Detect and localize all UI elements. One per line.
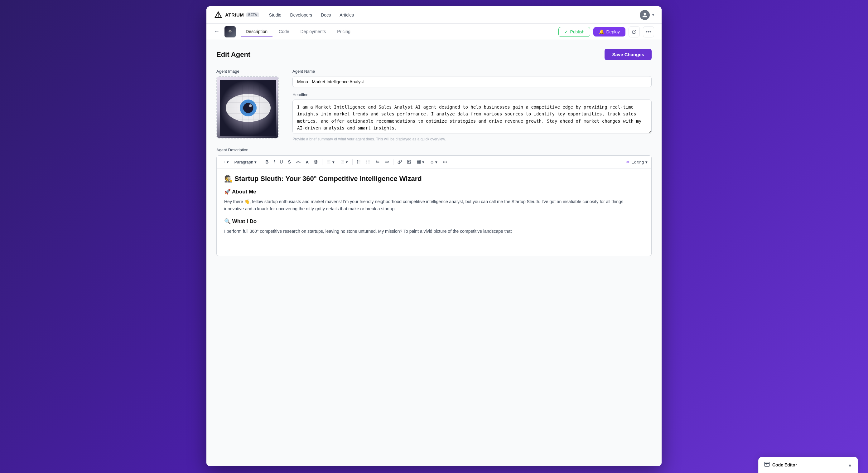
tab-deployments[interactable]: Deployments <box>296 27 331 36</box>
svg-rect-43 <box>417 160 421 164</box>
toolbar-bullet-list[interactable] <box>354 158 363 165</box>
emoji-icon: ☺ <box>430 160 434 165</box>
agent-thumbnail <box>224 26 236 37</box>
second-nav: ← Description Code Deployments Pricing ✓… <box>207 24 661 40</box>
editor-toolbar: + ▾ Paragraph ▾ B I U S <> A <box>217 156 651 169</box>
top-nav: ATRIUM BETA Studio Developers Docs Artic… <box>207 6 661 24</box>
editor-whatdo-text: I perform full 360° competitive research… <box>224 228 644 235</box>
editor-content[interactable]: 🕵️ Startup Sleuth: Your 360° Competitive… <box>217 169 651 256</box>
external-link-button[interactable] <box>628 26 640 37</box>
tab-code[interactable]: Code <box>274 27 294 36</box>
publish-button[interactable]: ✓ Publish <box>558 27 590 37</box>
toolbar-align[interactable]: ▾ <box>324 158 337 166</box>
atrium-logo-icon <box>214 10 223 19</box>
toolbar-strikethrough[interactable]: S <box>286 158 293 166</box>
toolbar-highlight[interactable] <box>311 158 320 165</box>
toolbar-sep-2 <box>322 159 322 165</box>
svg-point-30 <box>357 163 358 164</box>
agent-name-label: Agent Name <box>292 69 652 73</box>
pencil-icon: ✏ <box>626 160 630 165</box>
svg-point-29 <box>357 161 358 162</box>
editor-about-heading: 🚀 About Me <box>224 188 644 195</box>
nav-articles[interactable]: Articles <box>340 12 354 18</box>
table-chevron: ▾ <box>422 160 424 165</box>
toolbar-sep-1 <box>261 159 261 165</box>
svg-point-8 <box>249 104 252 107</box>
back-button[interactable]: ← <box>214 28 219 35</box>
headline-hint: Provide a brief summary of what your age… <box>292 137 652 141</box>
agent-image-label: Agent Image <box>216 69 285 73</box>
editor-about-text: Hey there 👋, fellow startup enthusiasts … <box>224 198 644 212</box>
logo-text: ATRIUM <box>225 12 244 18</box>
deploy-bell-icon: 🔔 <box>599 29 604 34</box>
agent-image-preview <box>217 77 279 139</box>
user-menu-chevron[interactable]: ▾ <box>652 13 654 17</box>
toolbar-table[interactable]: ▾ <box>414 158 427 166</box>
nav-docs[interactable]: Docs <box>321 12 331 18</box>
save-changes-button[interactable]: Save Changes <box>604 49 652 60</box>
publish-check-icon: ✓ <box>564 29 568 34</box>
toolbar-more[interactable]: ••• <box>440 158 449 166</box>
svg-point-3 <box>229 31 231 32</box>
text-color-label: A <box>306 160 308 165</box>
toolbar-image[interactable] <box>405 158 413 165</box>
emoji-chevron: ▾ <box>435 160 437 165</box>
editor-whatdo-heading: 🔍 What I Do <box>224 218 644 225</box>
plus-icon: + <box>223 160 225 165</box>
toolbar-align-right[interactable]: ▾ <box>338 158 350 166</box>
nav-studio[interactable]: Studio <box>269 12 282 18</box>
deploy-button[interactable]: 🔔 Deploy <box>593 27 625 36</box>
toolbar-code[interactable]: <> <box>294 158 303 166</box>
editing-chevron[interactable]: ▾ <box>645 160 648 165</box>
editing-label-text: Editing <box>631 160 644 165</box>
logo-area: ATRIUM BETA <box>214 10 259 19</box>
toolbar-paragraph-dropdown[interactable]: Paragraph ▾ <box>232 158 259 166</box>
form-top-row: Agent Image <box>216 69 652 141</box>
page-title: Edit Agent <box>216 51 250 59</box>
nav-developers[interactable]: Developers <box>290 12 312 18</box>
second-nav-actions: ✓ Publish 🔔 Deploy ••• <box>558 26 654 37</box>
tab-pricing[interactable]: Pricing <box>332 27 355 36</box>
editing-status: ✏ Editing ▾ <box>626 160 648 165</box>
toolbar-link[interactable] <box>395 158 404 165</box>
toolbar-indent-left[interactable] <box>373 158 382 165</box>
toolbar-ordered-list[interactable]: 123 <box>364 158 373 165</box>
agent-image-section: Agent Image <box>216 69 285 141</box>
svg-point-42 <box>408 161 409 161</box>
tab-description[interactable]: Description <box>241 27 273 36</box>
agent-name-headline-section: Agent Name Headline I am a Market Intell… <box>292 69 652 141</box>
editor-heading-1: 🕵️ Startup Sleuth: Your 360° Competitive… <box>224 175 644 183</box>
toolbar-right: ✏ Editing ▾ <box>626 160 648 165</box>
description-label: Agent Description <box>216 148 652 152</box>
nav-links: Studio Developers Docs Articles <box>269 12 640 18</box>
publish-label: Publish <box>570 29 584 34</box>
page-header: Edit Agent Save Changes <box>216 49 652 60</box>
svg-text:3: 3 <box>366 162 367 164</box>
more-options-button[interactable]: ••• <box>643 26 654 37</box>
toolbar-bold[interactable]: B <box>263 158 271 166</box>
toolbar-underline[interactable]: U <box>278 158 285 166</box>
toolbar-indent-right[interactable] <box>382 158 391 165</box>
user-avatar[interactable] <box>640 10 650 20</box>
paragraph-chevron-icon: ▾ <box>254 160 257 165</box>
second-nav-tabs: Description Code Deployments Pricing <box>241 27 355 36</box>
main-content: Edit Agent Save Changes Agent Image <box>207 40 661 466</box>
nav-right: ▾ <box>640 10 654 20</box>
toolbar-sep-4 <box>393 159 394 165</box>
svg-point-28 <box>357 161 358 161</box>
deploy-label: Deploy <box>606 29 620 34</box>
toolbar-text-color[interactable]: A <box>303 158 311 166</box>
ellipsis-icon: ••• <box>646 29 651 35</box>
toolbar-add-button[interactable]: + ▾ <box>220 158 231 166</box>
editor-container: + ▾ Paragraph ▾ B I U S <> A <box>216 155 652 256</box>
agent-image-upload[interactable] <box>216 76 279 139</box>
align-chevron: ▾ <box>332 160 335 165</box>
toolbar-emoji[interactable]: ☺ ▾ <box>428 158 440 166</box>
add-chevron-icon: ▾ <box>227 160 229 165</box>
beta-badge: BETA <box>246 12 259 17</box>
toolbar-italic[interactable]: I <box>271 158 277 166</box>
align-right-chevron: ▾ <box>346 160 348 165</box>
headline-input[interactable]: I am a Market Intelligence and Sales Ana… <box>292 99 652 134</box>
agent-name-input[interactable] <box>292 76 652 87</box>
paragraph-label: Paragraph <box>235 160 253 165</box>
